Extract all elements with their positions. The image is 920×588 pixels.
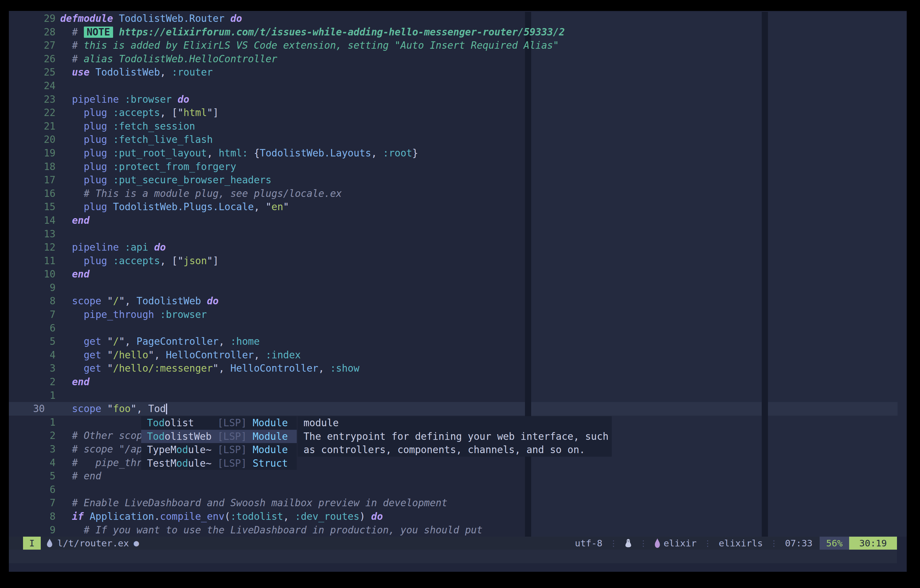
code-line[interactable]: 14 end bbox=[9, 214, 907, 227]
code-line[interactable]: 11 plug :accepts, ["json"] bbox=[9, 254, 907, 268]
line-number: 8 bbox=[9, 510, 55, 523]
code-line[interactable]: 3 get "/hello/:messenger", HelloControll… bbox=[9, 361, 907, 375]
line-number: 26 bbox=[9, 52, 55, 66]
code-line-text bbox=[60, 281, 907, 295]
line-number: 25 bbox=[9, 66, 55, 79]
completion-item[interactable]: Todolist [LSP] Module bbox=[141, 416, 297, 430]
line-number: 20 bbox=[9, 133, 55, 146]
line-number: 30 bbox=[9, 402, 55, 416]
code-line-text: defmodule TodolistWeb.Router do bbox=[60, 12, 907, 25]
code-line[interactable]: 28 # NOTE https://elixirforum.com/t/issu… bbox=[9, 25, 907, 39]
completion-kind: Module bbox=[253, 444, 288, 455]
code-line[interactable]: 16 # This is a module plug, see plugs/lo… bbox=[9, 187, 907, 201]
code-line-text: plug :put_root_layout, html: {TodolistWe… bbox=[60, 146, 907, 160]
cursor-position-badge: 30:19 bbox=[849, 537, 897, 550]
line-number: 16 bbox=[9, 187, 55, 201]
code-line-text: scope "foo", Tod bbox=[60, 402, 907, 416]
code-line[interactable]: 22 plug :accepts, ["html"] bbox=[9, 106, 907, 120]
code-line[interactable]: 12 pipeline :api do bbox=[9, 241, 907, 254]
code-line[interactable]: 18 plug :protect_from_forgery bbox=[9, 160, 907, 173]
code-line[interactable]: 30 scope "foo", Tod bbox=[9, 402, 907, 416]
completion-item[interactable]: TestModule~ [LSP] Struct bbox=[141, 457, 297, 470]
code-line-text: get "/", PageController, :home bbox=[60, 335, 907, 348]
code-line[interactable]: 1 bbox=[9, 389, 907, 402]
elixir-droplet-icon bbox=[654, 538, 661, 548]
code-line[interactable]: 6 bbox=[9, 483, 907, 496]
doc-line: module bbox=[298, 416, 612, 430]
line-number: 5 bbox=[9, 335, 55, 348]
line-number: 5 bbox=[9, 469, 55, 483]
line-number: 7 bbox=[9, 496, 55, 510]
code-line[interactable]: 15 plug TodolistWeb.Plugs.Locale, "en" bbox=[9, 200, 907, 214]
code-line-text: plug :protect_from_forgery bbox=[60, 160, 907, 173]
line-number: 1 bbox=[9, 389, 55, 402]
line-number: 13 bbox=[9, 227, 55, 241]
line-number: 22 bbox=[9, 106, 55, 120]
code-line[interactable]: 5 get "/", PageController, :home bbox=[9, 335, 907, 348]
line-number: 9 bbox=[9, 523, 55, 537]
code-line-text: end bbox=[60, 214, 907, 227]
code-line-text bbox=[60, 321, 907, 335]
code-line-text bbox=[60, 483, 907, 496]
completion-kind: Module bbox=[253, 431, 288, 442]
line-number: 2 bbox=[9, 429, 55, 442]
code-line-text: # Enable LiveDashboard and Swoosh mailbo… bbox=[60, 496, 907, 510]
modified-indicator: ● bbox=[134, 539, 139, 548]
line-number: 7 bbox=[9, 308, 55, 321]
code-line[interactable]: 7 pipe_through :browser bbox=[9, 308, 907, 321]
code-line-text: pipeline :api do bbox=[60, 241, 907, 254]
line-number: 29 bbox=[9, 12, 55, 25]
code-line-text: # end bbox=[60, 469, 907, 483]
line-number: 4 bbox=[9, 348, 55, 362]
code-line[interactable]: 19 plug :put_root_layout, html: {Todolis… bbox=[9, 146, 907, 160]
completion-item[interactable]: TodolistWeb [LSP] Module bbox=[141, 430, 297, 443]
code-line[interactable]: 4 get "/hello", HelloController, :index bbox=[9, 348, 907, 362]
line-number: 1 bbox=[9, 416, 55, 429]
file-path[interactable]: l/t/router.ex bbox=[57, 538, 129, 548]
language-name: elixir bbox=[663, 538, 696, 548]
code-line[interactable]: 6 bbox=[9, 321, 907, 335]
code-line[interactable]: 29defmodule TodolistWeb.Router do bbox=[9, 12, 907, 25]
code-line[interactable]: 10 end bbox=[9, 267, 907, 281]
line-number: 17 bbox=[9, 173, 55, 187]
line-number: 3 bbox=[9, 361, 55, 375]
completion-source: [LSP] bbox=[217, 431, 253, 442]
code-line[interactable]: 8 if Application.compile_env(:todolist, … bbox=[9, 510, 907, 523]
code-line-text: # NOTE https://elixirforum.com/t/issues-… bbox=[60, 25, 907, 39]
code-line-text: # alias TodolistWeb.HelloController bbox=[60, 52, 907, 66]
scroll-percent-badge: 56% bbox=[820, 537, 849, 550]
code-line[interactable]: 7 # Enable LiveDashboard and Swoosh mail… bbox=[9, 496, 907, 510]
code-line-text: end bbox=[60, 375, 907, 389]
code-line[interactable]: 26 # alias TodolistWeb.HelloController bbox=[9, 52, 907, 66]
code-line[interactable]: 20 plug :fetch_live_flash bbox=[9, 133, 907, 146]
code-line[interactable]: 9 # If you want to use the LiveDashboard… bbox=[9, 523, 907, 537]
command-line[interactable] bbox=[9, 550, 897, 563]
code-line[interactable]: 27 # this is added by ElixirLS VS Code e… bbox=[9, 39, 907, 52]
code-line-text: # This is a module plug, see plugs/local… bbox=[60, 187, 907, 201]
completion-source: [LSP] bbox=[217, 444, 253, 455]
line-number: 28 bbox=[9, 25, 55, 39]
code-line[interactable]: 2 end bbox=[9, 375, 907, 389]
code-line-text: use TodolistWeb, :router bbox=[60, 66, 907, 79]
code-line[interactable]: 17 plug :put_secure_browser_headers bbox=[9, 173, 907, 187]
code-line[interactable]: 9 bbox=[9, 281, 907, 295]
code-line[interactable]: 24 bbox=[9, 79, 907, 93]
line-number: 12 bbox=[9, 241, 55, 254]
doc-line: as controllers, components, channels, an… bbox=[298, 443, 612, 457]
separator-icon: ⋮ bbox=[609, 539, 617, 548]
code-line[interactable]: 25 use TodolistWeb, :router bbox=[9, 66, 907, 79]
code-line[interactable]: 5 # end bbox=[9, 469, 907, 483]
line-number: 6 bbox=[9, 483, 55, 496]
completion-kind: Module bbox=[253, 417, 288, 429]
completion-item[interactable]: TypeModule~ [LSP] Module bbox=[141, 443, 297, 457]
line-number: 24 bbox=[9, 79, 55, 93]
code-line[interactable]: 21 plug :fetch_session bbox=[9, 120, 907, 133]
code-line[interactable]: 23 pipeline :browser do bbox=[9, 93, 907, 106]
completion-popup[interactable]: Todolist [LSP] ModuleTodolistWeb [LSP] M… bbox=[141, 416, 297, 470]
clock-label: 07:33 bbox=[785, 538, 813, 548]
code-line-text: pipe_through :browser bbox=[60, 308, 907, 321]
code-line-text: plug :fetch_live_flash bbox=[60, 133, 907, 146]
code-line[interactable]: 8 scope "/", TodolistWeb do bbox=[9, 294, 907, 308]
code-line[interactable]: 13 bbox=[9, 227, 907, 241]
droplet-icon bbox=[46, 538, 53, 548]
